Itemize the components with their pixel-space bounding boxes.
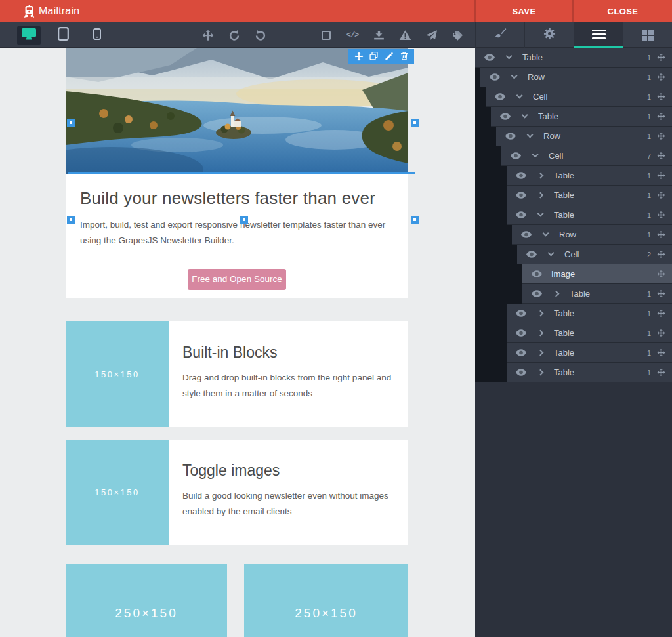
layer-move-icon[interactable]: [657, 329, 667, 337]
caret-right-icon[interactable]: [536, 173, 546, 178]
eye-icon[interactable]: [521, 231, 534, 238]
eye-icon[interactable]: [495, 93, 508, 100]
layer-row-table[interactable]: Table1: [507, 304, 672, 323]
resize-handle-bottom-center[interactable]: [240, 216, 248, 224]
caret-down-icon[interactable]: [514, 95, 525, 98]
caret-down-icon[interactable]: [541, 233, 551, 236]
layer-row-table[interactable]: Table1: [491, 107, 672, 127]
tags-icon[interactable]: [450, 28, 465, 43]
eye-icon[interactable]: [484, 54, 497, 61]
resize-handle-left[interactable]: [67, 119, 75, 127]
layer-move-icon[interactable]: [657, 73, 667, 81]
layer-move-icon[interactable]: [657, 191, 667, 199]
eye-icon[interactable]: [516, 192, 529, 199]
layer-move-icon[interactable]: [657, 92, 667, 101]
eye-icon[interactable]: [516, 211, 529, 218]
hero-image[interactable]: [66, 48, 408, 174]
device-mobile-button[interactable]: [85, 26, 109, 45]
eye-icon[interactable]: [500, 113, 513, 120]
layer-move-icon[interactable]: [657, 368, 667, 377]
caret-right-icon[interactable]: [551, 291, 562, 296]
feature-paragraph[interactable]: Build a good looking newsletter even wit…: [182, 488, 400, 520]
feature-card-builtin-blocks[interactable]: 150×150 Built-in Blocks Drag and drop bu…: [66, 321, 408, 427]
open-code-icon[interactable]: </>: [345, 28, 360, 43]
layer-move-icon[interactable]: [657, 171, 667, 180]
close-button[interactable]: CLOSE: [572, 0, 672, 22]
toggle-borders-icon[interactable]: [319, 28, 333, 43]
tab-settings[interactable]: [524, 22, 574, 48]
feature-heading[interactable]: Built-in Blocks: [182, 344, 400, 361]
resize-handle-bottom-right[interactable]: [411, 216, 419, 224]
layer-row-table[interactable]: Table1: [475, 48, 672, 68]
feature-paragraph[interactable]: Drag and drop built-in blocks from the r…: [182, 370, 400, 402]
layer-row-row[interactable]: Row1: [496, 127, 672, 146]
device-tablet-button[interactable]: [51, 26, 75, 45]
drag-component-icon[interactable]: [353, 51, 365, 62]
caret-right-icon[interactable]: [536, 193, 546, 197]
caret-right-icon[interactable]: [536, 331, 546, 335]
layer-row-table[interactable]: Table1: [507, 205, 672, 225]
caret-right-icon[interactable]: [536, 370, 546, 375]
intro-cta-button[interactable]: Free and Open Source: [188, 269, 286, 290]
image-placeholder-250[interactable]: 250×150: [244, 564, 408, 637]
copy-component-icon[interactable]: [368, 51, 380, 62]
caret-down-icon[interactable]: [520, 115, 530, 117]
layer-row-table[interactable]: Table1: [507, 186, 672, 205]
import-template-icon[interactable]: [371, 28, 386, 43]
warning-icon[interactable]: [398, 28, 412, 43]
layer-row-table[interactable]: Table1: [507, 343, 672, 363]
tab-layer-manager[interactable]: [574, 22, 623, 48]
layer-row-table[interactable]: Table1: [507, 323, 672, 343]
caret-down-icon[interactable]: [525, 134, 536, 137]
device-desktop-button[interactable]: [17, 26, 41, 45]
feature-card-toggle-images[interactable]: 150×150 Toggle images Build a good looki…: [66, 440, 408, 545]
eye-icon[interactable]: [532, 270, 545, 277]
layer-move-icon[interactable]: [657, 270, 667, 278]
layer-row-cell[interactable]: Cell7: [501, 146, 672, 166]
intro-paragraph[interactable]: Import, build, test and export responsiv…: [80, 217, 394, 249]
eye-icon[interactable]: [516, 349, 529, 356]
image-placeholder-250[interactable]: 250×150: [66, 564, 227, 637]
layer-move-icon[interactable]: [657, 309, 667, 318]
editor-canvas[interactable]: Build your newsletters faster than ever …: [0, 48, 475, 637]
send-test-icon[interactable]: [424, 28, 438, 43]
caret-right-icon[interactable]: [536, 350, 546, 355]
caret-down-icon[interactable]: [546, 253, 556, 255]
caret-down-icon[interactable]: [530, 154, 541, 157]
layer-move-icon[interactable]: [657, 230, 667, 239]
layer-move-icon[interactable]: [657, 289, 667, 298]
redo-icon[interactable]: [253, 28, 268, 43]
layer-move-icon[interactable]: [657, 112, 667, 121]
layer-move-icon[interactable]: [657, 132, 667, 140]
eye-icon[interactable]: [490, 73, 503, 81]
caret-right-icon[interactable]: [536, 311, 546, 316]
eye-icon[interactable]: [532, 290, 545, 297]
layer-move-icon[interactable]: [657, 152, 667, 160]
layer-row-table[interactable]: Table1: [522, 284, 672, 304]
layer-row-table[interactable]: Table1: [507, 166, 672, 186]
layer-row-image[interactable]: Image: [522, 264, 672, 284]
eye-icon[interactable]: [516, 310, 529, 317]
layer-move-icon[interactable]: [657, 53, 667, 62]
image-placeholder-150[interactable]: 150×150: [66, 440, 169, 545]
layer-move-icon[interactable]: [657, 250, 667, 258]
resize-handle-bottom-left[interactable]: [67, 216, 75, 224]
tab-style-manager[interactable]: [475, 22, 524, 48]
move-tool-icon[interactable]: [201, 28, 215, 43]
eye-icon[interactable]: [505, 133, 518, 140]
layer-row-cell[interactable]: Cell2: [517, 245, 672, 264]
eye-icon[interactable]: [516, 172, 529, 179]
feature-heading[interactable]: Toggle images: [182, 462, 400, 480]
resize-handle-right[interactable]: [411, 119, 419, 127]
undo-icon[interactable]: [227, 28, 242, 43]
eye-icon[interactable]: [511, 152, 524, 159]
edit-component-icon[interactable]: [383, 51, 395, 62]
eye-icon[interactable]: [526, 251, 539, 258]
image-placeholder-150[interactable]: 150×150: [66, 321, 169, 427]
caret-down-icon[interactable]: [509, 75, 520, 78]
layer-move-icon[interactable]: [657, 211, 667, 219]
delete-component-icon[interactable]: [398, 51, 410, 62]
tab-blocks[interactable]: [623, 22, 672, 48]
save-button[interactable]: SAVE: [474, 0, 572, 22]
caret-down-icon[interactable]: [504, 56, 514, 58]
